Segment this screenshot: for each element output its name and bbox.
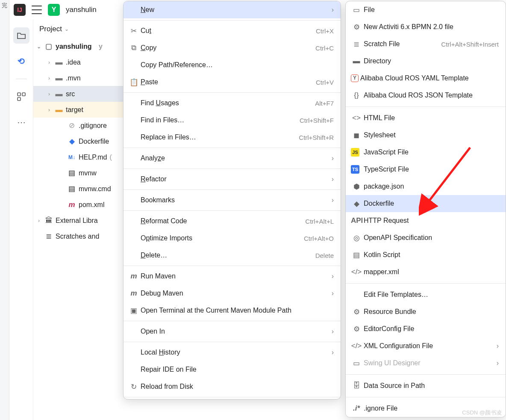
menu-label: Directory (364, 57, 499, 65)
chevron-right-icon: › (332, 272, 334, 280)
menu-delete-[interactable]: ·Delete…Delete (124, 247, 341, 264)
shortcut: Ctrl+V (316, 79, 334, 86)
menu-cut[interactable]: ✂CutCtrl+X (124, 22, 341, 39)
newmenu-mapper-xml[interactable]: </>mapper.xml (346, 263, 506, 281)
menu-open-terminal-at-the-current-maven-module-path[interactable]: ▣Open Terminal at the Current Maven Modu… (124, 302, 341, 319)
shell-icon: ▤ (68, 169, 76, 177)
menu-label: XML Configuration File (364, 342, 493, 350)
menu-bookmarks[interactable]: ·Bookmarks› (124, 192, 341, 209)
menu-find-usages[interactable]: ·Find UsagesAlt+F7 (124, 95, 341, 112)
newmenu-alibaba-cloud-ros-json-template[interactable]: {}Alibaba Cloud ROS JSON Template (346, 87, 506, 104)
project-tool-icon[interactable] (13, 27, 29, 44)
terminal-icon: ▣ (129, 306, 139, 315)
shell-icon: ▤ (68, 184, 76, 193)
menu-open-in[interactable]: ·Open In› (124, 323, 341, 340)
tree-item--idea[interactable]: ›▬.idea (33, 54, 123, 70)
newmenu-typescript-file[interactable]: TSTypeScript File (346, 161, 506, 178)
project-tree[interactable]: ⌄ ▢ yanshuling y ›▬.idea›▬.mvn›▬src›▬tar… (33, 38, 123, 244)
menu-find-in-files-[interactable]: ·Find in Files…Ctrl+Shift+F (124, 112, 341, 129)
menu-label: Copy Path/Reference… (141, 61, 334, 69)
tree-label: src (66, 90, 75, 98)
newmenu-dockerfile[interactable]: ◆Dockerfile (346, 195, 506, 212)
newmenu-html-file[interactable]: <>HTML File (346, 109, 506, 127)
tree-item--mvn[interactable]: ›▬.mvn (33, 70, 123, 86)
tree-scratches[interactable]: › ≣ Scratches and (33, 228, 123, 244)
gear-icon: ⚙ (351, 308, 362, 316)
menu-label: Alibaba Cloud ROS YAML Template (360, 74, 499, 82)
tree-item-Dockerfile[interactable]: ·◆Dockerfile (33, 133, 123, 149)
menu-label: JavaScript File (364, 148, 499, 156)
newmenu-package-json[interactable]: ⬢package.json (346, 178, 506, 195)
menu-label: EditorConfig File (364, 325, 499, 333)
newmenu-data-source-in-path[interactable]: 🗄Data Source in Path (346, 377, 506, 394)
newmenu-javascript-file[interactable]: JSJavaScript File (346, 144, 506, 161)
menu-separator (124, 189, 341, 190)
menu-run-maven[interactable]: mRun Maven› (124, 268, 341, 285)
menu-separator (346, 106, 506, 107)
commit-tool-icon[interactable]: ⟲ (13, 53, 29, 69)
newmenu-kotlin-script[interactable]: ▤Kotlin Script (346, 246, 506, 263)
menu-reformat-code[interactable]: ·Reformat CodeCtrl+Alt+L (124, 213, 341, 230)
folder-icon: ▬ (55, 74, 63, 83)
node-icon: ⬢ (351, 182, 362, 191)
menu-copy[interactable]: ⧉CopyCtrl+C (124, 39, 341, 56)
menu-label: Find Usages (141, 99, 315, 107)
project-badge-icon[interactable]: Y (48, 4, 60, 16)
menu-label: Refactor (141, 175, 328, 183)
tree-external-libs[interactable]: › 🏛 External Libra (33, 213, 123, 228)
menu-refactor[interactable]: ·Refactor› (124, 171, 341, 188)
tree-label: target (66, 106, 83, 114)
tree-item--gitignore[interactable]: ·⊘.gitignore (33, 118, 123, 133)
newmenu-openapi-specification[interactable]: ◎OpenAPI Specification (346, 229, 506, 246)
menu-label: Replace in Files… (141, 133, 299, 141)
main-menu-icon[interactable] (32, 6, 42, 14)
menu-label: Data Source in Path (364, 382, 499, 390)
os-side-strip: 完 (0, 0, 9, 420)
newmenu-edit-file-templates-[interactable]: ·Edit File Templates… (346, 286, 506, 303)
newmenu-directory[interactable]: ▬Directory (346, 53, 506, 70)
ide-logo-icon[interactable]: IJ (14, 4, 26, 16)
menu-optimize-imports[interactable]: ·Optimize ImportsCtrl+Alt+O (124, 230, 341, 247)
shortcut: Ctrl+Shift+F (300, 117, 334, 124)
chevron-right-icon: › (46, 75, 52, 81)
shortcut: Delete (315, 252, 334, 259)
tree-item-HELP-md[interactable]: ·M↓HELP.md ( (33, 149, 123, 165)
menu-analyze[interactable]: ·Analyze› (124, 150, 341, 167)
newmenu-xml-configuration-file[interactable]: </>XML Configuration File› (346, 337, 506, 355)
newmenu-new-activiti-6-x-bpmn-2-0-file[interactable]: ⚙New Activiti 6.x BPMN 2.0 file (346, 18, 506, 35)
newmenu-http-request[interactable]: APIHTTP Request (346, 212, 506, 229)
menu-label: Run Maven (141, 272, 328, 280)
newmenu-stylesheet[interactable]: ◼Stylesheet (346, 127, 506, 144)
more-tool-icon[interactable]: ⋯ (13, 114, 29, 130)
tree-item-mvnw[interactable]: ·▤mvnw (33, 165, 123, 181)
newmenu-scratch-file[interactable]: ≣Scratch FileCtrl+Alt+Shift+Insert (346, 35, 506, 53)
newmenu-resource-bundle[interactable]: ⚙Resource Bundle (346, 303, 506, 320)
menu-repair-ide-on-file[interactable]: ·Repair IDE on File (124, 361, 341, 378)
menu-label: Local History (141, 349, 328, 356)
newmenu-swing-ui-designer[interactable]: ▭Swing UI Designer› (346, 355, 506, 372)
menu-local-history[interactable]: ·Local History› (124, 344, 341, 361)
panel-header[interactable]: Project ⌄ (33, 20, 123, 38)
newmenu-alibaba-cloud-ros-yaml-template[interactable]: YAlibaba Cloud ROS YAML Template (346, 70, 506, 87)
menu-label: New Activiti 6.x BPMN 2.0 file (364, 23, 499, 31)
menu-debug-maven[interactable]: mDebug Maven› (124, 285, 341, 302)
newmenu-editorconfig-file[interactable]: ⚙EditorConfig File (346, 320, 506, 337)
menu-copy-path-reference-[interactable]: ·Copy Path/Reference… (124, 56, 341, 74)
menu-new[interactable]: ·New› (124, 1, 341, 18)
tree-item-mvnw-cmd[interactable]: ·▤mvnw.cmd (33, 181, 123, 197)
structure-tool-icon[interactable] (13, 89, 29, 105)
project-name: yanshulin (66, 6, 97, 14)
tree-item-target[interactable]: ›▬target (33, 102, 123, 118)
tree-item-pom-xml[interactable]: ·mpom.xml (33, 197, 123, 213)
chevron-right-icon: › (332, 349, 334, 356)
tree-root[interactable]: ⌄ ▢ yanshuling y (33, 38, 123, 54)
menu-reload-from-disk[interactable]: ↻Reload from Disk (124, 378, 341, 395)
kotlin-icon: ▤ (351, 251, 362, 260)
menu-paste[interactable]: 📋PasteCtrl+V (124, 74, 341, 91)
left-tool-column: ⟲ ⋯ (9, 20, 33, 420)
tree-item-src[interactable]: ›▬src (33, 86, 123, 102)
folder-icon: ▬ (351, 57, 362, 65)
newmenu-file[interactable]: ▭File (346, 1, 506, 18)
menu-separator (346, 374, 506, 375)
menu-replace-in-files-[interactable]: ·Replace in Files…Ctrl+Shift+R (124, 129, 341, 146)
